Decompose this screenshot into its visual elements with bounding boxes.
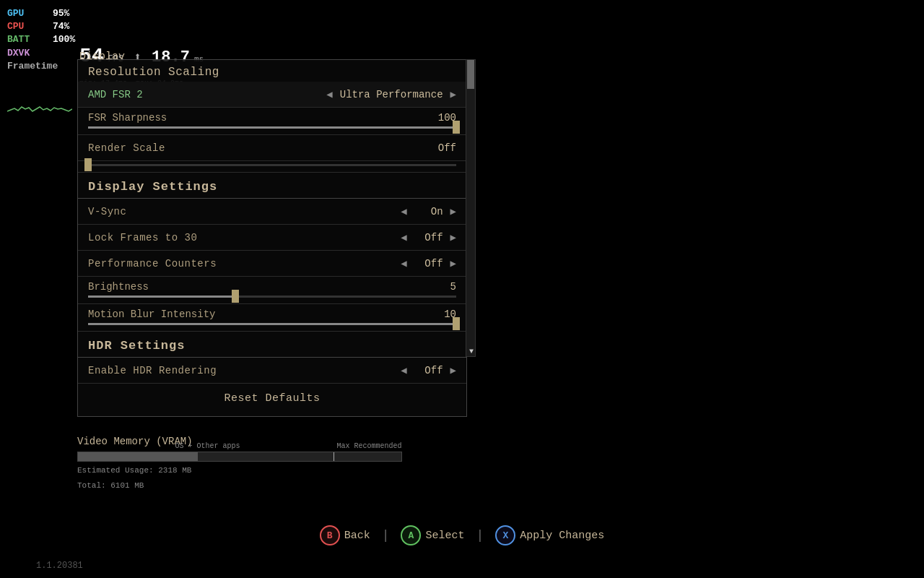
perf-counters-arrow-left[interactable]: ◀ [401, 257, 406, 269]
lock-frames-arrow-right[interactable]: ▶ [450, 231, 456, 243]
amd-fsr-arrow-right[interactable]: ▶ [450, 88, 456, 100]
render-scale-slider-section [78, 164, 466, 173]
fsr-sharpness-track[interactable] [88, 126, 456, 129]
hud-frametime-label: Frametime [7, 60, 58, 73]
vsync-arrow-left[interactable]: ◀ [401, 205, 406, 217]
lock-frames-arrow-left[interactable]: ◀ [401, 231, 406, 243]
hud-cpu-label: CPU [7, 20, 47, 33]
reset-defaults-button[interactable]: Reset Defaults [78, 384, 466, 413]
hud-cpu-value: 74% [53, 20, 69, 33]
hud-batt-value: 100% [53, 33, 75, 46]
enable-hdr-row[interactable]: Enable HDR Rendering ◀ Off ▶ [78, 358, 466, 384]
motion-blur-track[interactable] [88, 323, 456, 325]
frametime-graph [7, 101, 72, 116]
amd-fsr-value: Ultra Performance [340, 89, 443, 100]
brightness-label: Brightness [88, 281, 149, 293]
vram-os-label: OS + Other apps [175, 442, 240, 450]
apply-control[interactable]: X Apply Changes [495, 525, 604, 545]
brightness-value: 5 [450, 281, 456, 293]
amd-fsr-label: AMD FSR 2 [88, 89, 326, 100]
perf-counters-row[interactable]: Performance Counters ◀ Off ▶ [78, 251, 466, 277]
render-scale-value: Off [427, 142, 456, 154]
fsr-sharpness-section: FSR Sharpness 100 [78, 108, 466, 135]
enable-hdr-label: Enable HDR Rendering [88, 365, 401, 376]
amd-fsr-row[interactable]: AMD FSR 2 ◀ Ultra Performance ▶ [78, 82, 466, 108]
vram-total: Total: 6101 MB [77, 480, 402, 492]
vram-max-marker [334, 452, 334, 461]
hud-gpu-label: GPU [7, 7, 47, 20]
select-button-icon[interactable]: A [401, 525, 421, 545]
hud-batt-label: BATT [7, 33, 47, 46]
lock-frames-row[interactable]: Lock Frames to 30 ◀ Off ▶ [78, 225, 466, 251]
separator-2: | [476, 528, 484, 543]
back-button-icon[interactable]: B [320, 525, 340, 545]
brightness-track[interactable] [88, 296, 456, 298]
settings-scrollbar[interactable]: ▲ ▼ [466, 59, 476, 357]
version-label: 1.1.20381 [36, 561, 83, 571]
back-label: Back [344, 530, 370, 542]
vsync-row[interactable]: V-Sync ◀ On ▶ [78, 199, 466, 225]
back-control[interactable]: B Back [320, 525, 370, 545]
apply-label: Apply Changes [520, 530, 604, 542]
render-scale-label: Render Scale [88, 142, 427, 154]
resolution-scaling-label: Resolution Scaling [78, 60, 466, 82]
motion-blur-section: Motion Blur Intensity 10 [78, 304, 466, 332]
scrollbar-thumb[interactable] [467, 60, 474, 89]
amd-fsr-arrow-left[interactable]: ◀ [326, 88, 332, 100]
render-scale-row[interactable]: Render Scale Off [78, 135, 466, 161]
controls-bar: B Back | A Select | X Apply Changes [0, 525, 924, 545]
display-settings-header: Display Settings [78, 173, 466, 199]
vsync-label: V-Sync [88, 206, 401, 217]
brightness-section: Brightness 5 [78, 277, 466, 304]
hud-overlay: GPU 95% CPU 74% BATT 100% DXVK Frametime [7, 7, 75, 73]
separator-1: | [382, 528, 390, 543]
enable-hdr-value: Off [414, 365, 443, 376]
apply-button-icon[interactable]: X [495, 525, 515, 545]
hdr-settings-header: HDR Settings [78, 332, 466, 358]
scrollbar-down-arrow[interactable]: ▼ [466, 346, 476, 356]
enable-hdr-arrow-left[interactable]: ◀ [401, 364, 406, 376]
hud-dxvk-label: DXVK [7, 47, 47, 60]
vram-estimated: Estimated Usage: 2318 MB [77, 465, 402, 477]
lock-frames-value: Off [414, 232, 443, 243]
lock-frames-label: Lock Frames to 30 [88, 232, 401, 243]
motion-blur-label: Motion Blur Intensity [88, 309, 215, 320]
vram-bar: OS + Other apps Max Recommended [77, 452, 402, 462]
vram-section: Video Memory (VRAM) OS + Other apps Max … [77, 436, 402, 491]
hud-gpu-value: 95% [53, 7, 69, 20]
render-scale-track[interactable] [88, 164, 456, 166]
perf-counters-label: Performance Counters [88, 258, 401, 269]
vsync-arrow-right[interactable]: ▶ [450, 205, 456, 217]
vram-fill [78, 452, 198, 461]
perf-counters-arrow-right[interactable]: ▶ [450, 257, 456, 269]
enable-hdr-arrow-right[interactable]: ▶ [450, 364, 456, 376]
perf-counters-value: Off [414, 258, 443, 269]
vram-max-label: Max Recommended [336, 442, 401, 450]
select-label: Select [425, 530, 464, 542]
vsync-value: On [414, 206, 443, 217]
select-control[interactable]: A Select [401, 525, 464, 545]
fsr-sharpness-label: FSR Sharpness [88, 112, 167, 124]
settings-panel: Resolution Scaling AMD FSR 2 ◀ Ultra Per… [77, 59, 467, 417]
